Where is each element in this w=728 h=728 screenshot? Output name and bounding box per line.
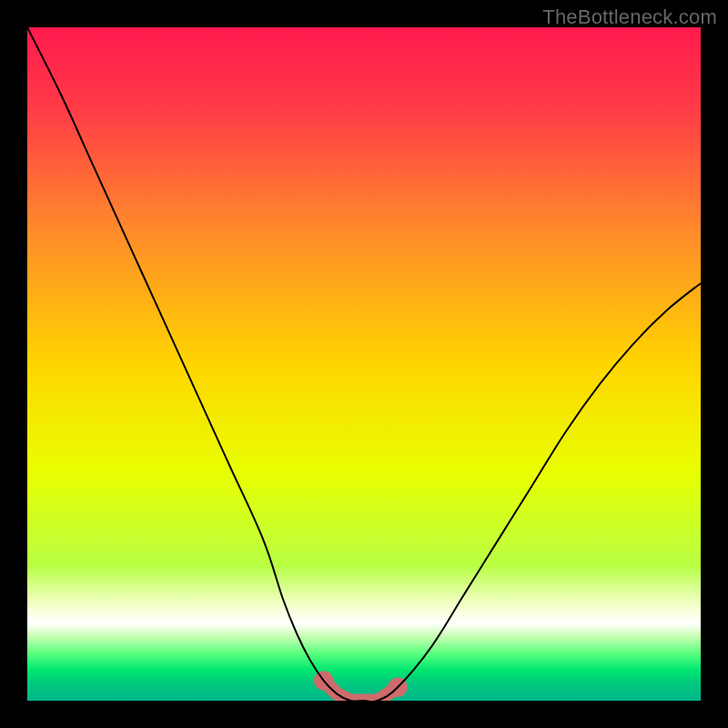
watermark-label: TheBottleneck.com (542, 5, 717, 29)
chart-stage: TheBottleneck.com (0, 0, 728, 728)
plot-area (27, 27, 701, 701)
bottleneck-chart (27, 27, 701, 701)
gradient-background (27, 27, 701, 701)
